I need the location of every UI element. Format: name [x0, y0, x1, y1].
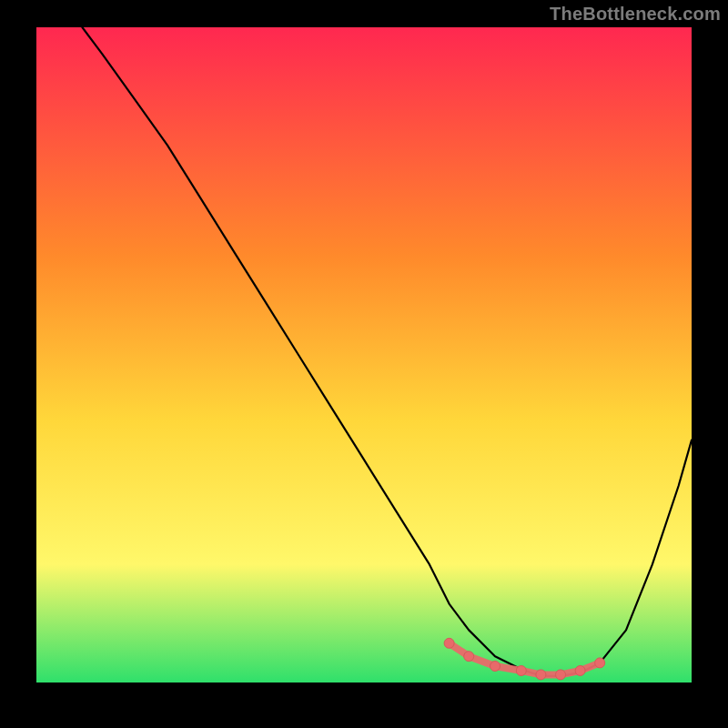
gradient-background: [36, 27, 692, 682]
watermark-text: TheBottleneck.com: [550, 4, 721, 25]
marker-dot: [536, 670, 546, 680]
marker-dot: [444, 638, 454, 648]
marker-dot: [464, 652, 474, 662]
marker-dot: [575, 666, 585, 676]
marker-dot: [556, 670, 566, 680]
marker-dot: [595, 658, 605, 668]
chart-svg: [36, 27, 692, 682]
marker-dot: [516, 666, 526, 676]
chart-container: TheBottleneck.com: [0, 0, 728, 728]
plot-area: [36, 27, 692, 682]
marker-dot: [490, 662, 500, 672]
